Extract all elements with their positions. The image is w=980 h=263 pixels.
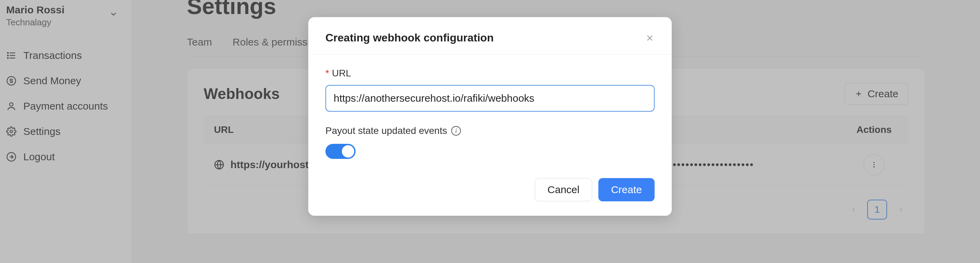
url-input[interactable] <box>325 85 655 112</box>
info-icon[interactable]: i <box>451 126 461 136</box>
create-webhook-modal: Creating webhook configuration * URL Pay… <box>308 17 672 216</box>
toggle-handle <box>342 145 354 157</box>
modal-close-button[interactable] <box>645 33 655 43</box>
modal-title: Creating webhook configuration <box>325 32 494 44</box>
url-label: * URL <box>325 68 351 79</box>
payout-events-label: Payout state updated events i <box>325 125 461 136</box>
cancel-button[interactable]: Cancel <box>535 178 592 201</box>
payout-events-toggle[interactable] <box>325 144 356 159</box>
create-button[interactable]: Create <box>598 178 655 201</box>
required-asterisk: * <box>325 68 329 79</box>
